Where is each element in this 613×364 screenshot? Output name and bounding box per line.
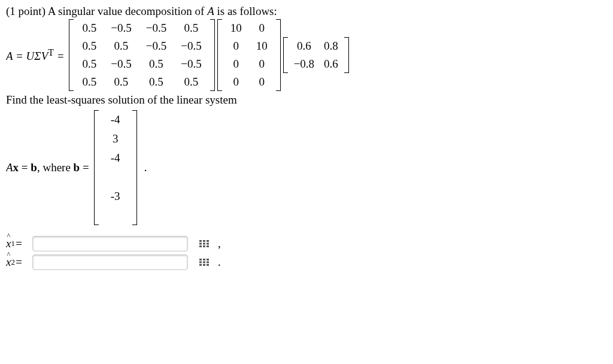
svg-rect-14 bbox=[207, 262, 209, 263]
svd-equation: A = UΣVT = 0.5−0.5−0.50.5 0.50.5−0.5−0.5… bbox=[6, 19, 607, 91]
svg-rect-15 bbox=[199, 264, 202, 266]
answer-row-x1: ^x1 = , bbox=[6, 236, 607, 251]
x2-end: . bbox=[218, 256, 221, 269]
svg-rect-2 bbox=[207, 240, 209, 242]
svg-rect-1 bbox=[203, 240, 205, 242]
answers-block: ^x1 = , ^x2 = bbox=[6, 236, 607, 270]
x2-input[interactable] bbox=[32, 254, 188, 270]
svg-rect-13 bbox=[203, 262, 205, 263]
svg-rect-6 bbox=[199, 245, 202, 247]
x1-input[interactable] bbox=[32, 236, 188, 251]
svg-rect-5 bbox=[207, 243, 209, 245]
svg-rect-11 bbox=[207, 259, 209, 260]
svg-rect-7 bbox=[203, 245, 205, 247]
keypad-icon[interactable] bbox=[196, 256, 212, 269]
matrix-Sigma: 100 010 00 00 bbox=[217, 19, 281, 91]
svg-rect-9 bbox=[199, 259, 202, 260]
follows-text: is as follows: bbox=[214, 5, 277, 17]
svg-rect-8 bbox=[207, 245, 209, 247]
points-text: (1 point) A singular value decomposition… bbox=[6, 5, 207, 17]
problem-statement: (1 point) A singular value decomposition… bbox=[6, 5, 607, 18]
svg-rect-10 bbox=[203, 259, 205, 260]
system-instruction: Find the least-squares solution of the l… bbox=[6, 93, 607, 107]
svg-rect-12 bbox=[199, 262, 202, 263]
b-trail: . bbox=[144, 161, 147, 174]
x2-label: ^x2 = bbox=[6, 256, 32, 269]
x1-label: ^x1 = bbox=[6, 237, 32, 250]
svg-rect-3 bbox=[199, 243, 202, 245]
svg-rect-4 bbox=[203, 243, 205, 245]
svg-rect-0 bbox=[199, 240, 202, 242]
answer-row-x2: ^x2 = . bbox=[6, 254, 607, 270]
vector-b: -4 3 -4 -3 bbox=[94, 110, 137, 225]
svd-lhs: A = UΣVT = bbox=[6, 47, 64, 63]
b-equation: Ax = b, where b = -4 3 -4 -3 . bbox=[6, 110, 607, 225]
matrix-Vt: 0.60.8 −0.80.6 bbox=[283, 37, 349, 73]
keypad-icon[interactable] bbox=[196, 237, 212, 250]
b-lhs: Ax = b, where b = bbox=[6, 161, 89, 174]
x1-sep: , bbox=[218, 237, 221, 250]
svg-rect-16 bbox=[203, 264, 205, 266]
svg-rect-17 bbox=[207, 264, 209, 266]
symbol-A: A bbox=[207, 5, 214, 17]
matrix-U: 0.5−0.5−0.50.5 0.50.5−0.5−0.5 0.5−0.50.5… bbox=[69, 19, 214, 91]
